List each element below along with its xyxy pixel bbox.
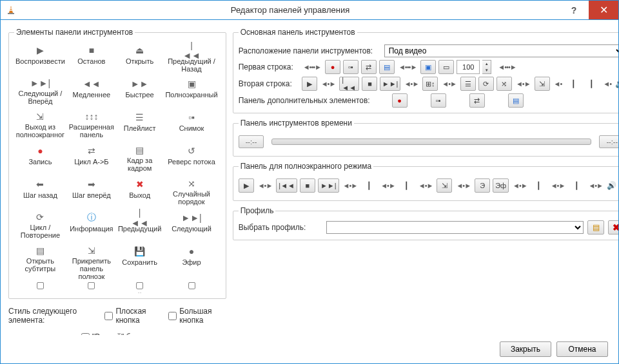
tool-item[interactable]: ▢Пропустить <box>68 276 115 293</box>
delete-profile-icon[interactable]: ✖ <box>608 220 618 235</box>
vline-icon[interactable]: ┃ <box>531 178 547 193</box>
loopab-icon[interactable]: ⇄ <box>469 93 485 108</box>
tool-item[interactable]: ▤Кадр за кадром <box>117 142 162 175</box>
tool-item[interactable]: ⬅Шаг назад <box>14 176 66 208</box>
tool-item[interactable]: ►►|Следующий <box>164 209 219 242</box>
separator-icon[interactable]: ◄•► <box>440 80 458 88</box>
tool-item[interactable]: ↺Реверс потока <box>164 142 219 175</box>
help-button[interactable]: ? <box>559 1 589 19</box>
vline-icon[interactable]: ┃ <box>361 178 377 193</box>
zoom-spinner[interactable]: ▲▼ <box>482 60 491 74</box>
tool-item[interactable]: ⏏Открыть <box>117 42 162 74</box>
tool-item[interactable]: ⇄Цикл A->Б <box>68 142 115 175</box>
prev-icon[interactable]: |◄◄ <box>276 178 297 193</box>
position-select[interactable]: Под видео <box>384 44 618 57</box>
shuffle-icon[interactable]: ⤨ <box>496 77 512 91</box>
tool-item[interactable]: ▢Отключить <box>164 276 219 293</box>
play-icon[interactable]: ▶ <box>239 178 254 193</box>
separator-icon[interactable]: ◄•••► <box>302 63 322 71</box>
zoom-value[interactable]: 100 <box>457 60 480 74</box>
tool-item[interactable]: ⇲Выход из полноэкранног <box>14 109 66 141</box>
window-icon[interactable]: ▭ <box>438 60 454 74</box>
tool-item[interactable]: ▫▪Снимок <box>164 109 219 141</box>
speaker-icon[interactable]: 🔊 <box>615 79 618 88</box>
line2-buttons[interactable]: ▶ ◄•► |◄◄ ■ ►►| ◄•► ⊞↕ ◄•► ☰ ⟳ ⤨ ◄•► ⇲ ◄… <box>302 77 618 91</box>
snapshot-icon[interactable]: ▫▪ <box>343 60 359 74</box>
record-icon[interactable]: ● <box>392 93 408 108</box>
tool-grid[interactable]: ▶Воспроизвести■Останов⏏Открыть|◄◄Предыду… <box>14 42 221 293</box>
separator-icon[interactable]: ◄•► <box>455 182 472 189</box>
tool-item[interactable]: ⤨Случайный порядок <box>164 176 219 208</box>
tool-item[interactable]: ➡Шаг вперёд <box>68 176 115 208</box>
line1-buttons[interactable]: ◄•••► ● ▫▪ ⇄ ▤ ◄•••► ▣ ▭ 100 ▲▼ ◄•••► <box>302 60 518 74</box>
exitfs-icon[interactable]: ⇲ <box>535 77 550 91</box>
separator-icon[interactable]: ◄•••► <box>496 63 517 71</box>
flat-button-check[interactable] <box>104 312 113 320</box>
tool-item[interactable]: ◄◄Медленнее <box>68 75 115 108</box>
separator-icon[interactable]: ◄•••► <box>397 63 418 71</box>
tool-item[interactable]: ▢Перейти на <box>117 276 162 293</box>
cancel-button[interactable]: Отмена <box>556 341 608 357</box>
text-icon[interactable]: Эф <box>493 178 509 193</box>
tool-item[interactable]: ▣Полноэкранный <box>164 75 219 108</box>
close-window-button[interactable]: ✕ <box>589 1 618 19</box>
tool-item[interactable]: ●Эфир <box>164 243 219 275</box>
tool-item[interactable]: ↕↕↕Расширенная панель <box>68 109 115 141</box>
tool-item[interactable]: ▢Качество <box>14 276 66 293</box>
big-button-checkbox[interactable]: Большая кнопка <box>168 307 226 325</box>
profile-select[interactable] <box>326 221 584 234</box>
loopab-icon[interactable]: ⇄ <box>361 60 377 74</box>
separator-icon[interactable]: ◄•► <box>403 80 420 88</box>
fs-buttons[interactable]: ▶ ◄•► |◄◄ ■ ►►| ◄•► ┃ ◄•► ┃ ◄•► ⇲ ◄•► Э … <box>239 178 616 193</box>
frame-icon[interactable]: ▤ <box>508 93 524 108</box>
playlist-icon[interactable]: ☰ <box>460 77 476 91</box>
stop-icon[interactable]: ■ <box>362 77 377 91</box>
separator-icon[interactable]: ◄• <box>553 80 564 88</box>
vline-icon[interactable]: ┃ <box>584 77 599 91</box>
tool-item[interactable]: ✖Выход <box>117 176 162 208</box>
text-icon[interactable]: Э <box>475 178 490 193</box>
tool-item[interactable]: ▶Воспроизвести <box>14 42 66 74</box>
loop-icon[interactable]: ⟳ <box>478 77 494 91</box>
next-icon[interactable]: ►►| <box>380 77 400 91</box>
play-icon[interactable]: ▶ <box>302 77 317 91</box>
speaker-icon[interactable]: 🔊 <box>607 181 616 190</box>
tool-item[interactable]: |◄◄Предыдущий / Назад <box>164 42 219 74</box>
separator-icon[interactable]: ◄•► <box>320 80 337 88</box>
vline-icon[interactable]: ┃ <box>569 178 584 193</box>
tool-item[interactable]: ☰Плейлист <box>117 109 162 141</box>
frame-icon[interactable]: ▤ <box>379 60 395 74</box>
separator-icon[interactable]: ◄•► <box>515 80 532 88</box>
separator-icon[interactable]: ◄• <box>602 80 613 88</box>
new-profile-icon[interactable]: ▤ <box>587 220 604 235</box>
time-total[interactable]: --:-- <box>599 135 618 148</box>
stop-icon[interactable]: ■ <box>300 178 315 193</box>
tool-item[interactable]: ▤Открыть субтитры <box>14 243 66 275</box>
fullscreen-icon[interactable]: ▣ <box>420 60 436 74</box>
separator-icon[interactable]: ◄•► <box>417 182 435 189</box>
separator-icon[interactable]: ◄•► <box>587 182 604 189</box>
tool-item[interactable]: ⓘИнформация <box>68 209 115 242</box>
separator-icon[interactable]: ◄•► <box>379 182 397 189</box>
tool-item[interactable]: ⇲Прикрепить панель полноэк <box>68 243 115 275</box>
separator-icon[interactable]: ◄•► <box>549 182 567 189</box>
close-button[interactable]: Закрыть <box>500 341 551 357</box>
prev-icon[interactable]: |◄◄ <box>339 77 359 91</box>
tool-item[interactable]: ►►Быстрее <box>117 75 162 108</box>
exitfs-icon[interactable]: ⇲ <box>437 178 452 193</box>
tool-item[interactable]: ►►|Следующий / Вперёд <box>14 75 66 108</box>
time-slider[interactable] <box>271 139 591 145</box>
big-button-check[interactable] <box>168 312 177 320</box>
tool-item[interactable]: |◄◄Предыдущий <box>117 209 162 242</box>
separator-icon[interactable]: ◄•► <box>257 182 274 189</box>
separator-icon[interactable]: ◄•► <box>511 182 529 189</box>
vline-icon[interactable]: ┃ <box>399 178 415 193</box>
tool-item[interactable]: 💾Сохранить <box>117 243 162 275</box>
tool-item[interactable]: ●Запись <box>14 142 66 175</box>
vline-icon[interactable]: ┃ <box>565 77 581 91</box>
tool-item[interactable]: ■Останов <box>68 42 115 74</box>
sliders-icon[interactable]: ⊞↕ <box>422 77 438 91</box>
next-icon[interactable]: ►►| <box>318 178 339 193</box>
time-elapsed[interactable]: --:-- <box>239 135 264 148</box>
snapshot-icon[interactable]: ▫▪ <box>431 93 446 108</box>
